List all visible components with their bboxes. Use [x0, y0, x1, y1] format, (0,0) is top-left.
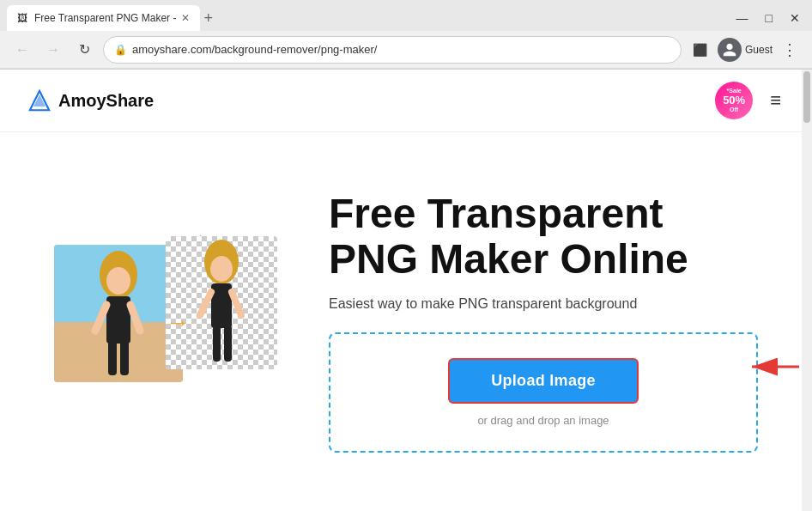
main-content: → ✦ ✦ [0, 132, 812, 511]
page-subtitle: Easiest way to make PNG transparent back… [329, 296, 758, 312]
upload-hint: or drag and drop an image [477, 414, 609, 427]
scrollbar-thumb[interactable] [803, 71, 810, 123]
profile-label: Guest [745, 44, 773, 56]
svg-rect-13 [211, 283, 232, 328]
page-title: Free Transparent PNG Maker Online [329, 192, 758, 283]
tab-title: Free Transparent PNG Maker - [34, 12, 176, 24]
demo-images: → ✦ ✦ [54, 228, 277, 417]
svg-point-12 [210, 256, 233, 282]
arrow-icon: → [166, 309, 190, 337]
red-arrow-annotation [743, 350, 803, 387]
page-content: AmoyShare *Sale 50% Off ≡ [0, 70, 812, 511]
nav-bar: ← → ↻ 🔒 amoyshare.com/background-remover… [0, 31, 812, 69]
svg-rect-9 [108, 341, 117, 375]
active-tab[interactable]: 🖼 Free Transparent PNG Maker - ✕ [7, 5, 200, 31]
site-logo: AmoyShare [27, 88, 154, 113]
demo-result-image [166, 236, 277, 369]
hamburger-icon: ≡ [770, 89, 781, 111]
url-text: amoyshare.com/background-remover/png-mak… [132, 43, 670, 56]
tab-favicon: 🖼 [17, 12, 29, 24]
svg-rect-17 [224, 325, 232, 362]
profile-button[interactable]: Guest [718, 38, 773, 62]
window-controls: — □ ✕ [731, 9, 805, 27]
forward-button[interactable]: → [41, 38, 65, 62]
svg-line-15 [232, 292, 241, 315]
profile-icon [718, 38, 742, 62]
sale-percent: 50% [723, 94, 745, 106]
sale-badge[interactable]: *Sale 50% Off [715, 82, 753, 119]
cast-button[interactable]: ⬛ [688, 38, 712, 62]
back-button[interactable]: ← [10, 38, 34, 62]
browser-actions: ⬛ Guest ⋮ [688, 38, 802, 62]
svg-point-5 [106, 267, 130, 295]
svg-rect-10 [120, 341, 129, 375]
tab-close-button[interactable]: ✕ [181, 12, 190, 24]
browser-chrome: 🖼 Free Transparent PNG Maker - ✕ + — □ ✕… [0, 0, 812, 70]
hamburger-menu-button[interactable]: ≡ [767, 86, 785, 115]
demo-original-image [54, 245, 183, 382]
site-header: AmoyShare *Sale 50% Off ≡ [0, 70, 812, 132]
transparent-bg [166, 236, 277, 369]
close-button[interactable]: ✕ [785, 9, 805, 27]
header-right: *Sale 50% Off ≡ [715, 82, 785, 119]
tab-bar: 🖼 Free Transparent PNG Maker - ✕ + — □ ✕ [0, 0, 812, 31]
sale-off: Off [730, 106, 738, 113]
upload-area[interactable]: Upload Image or drag and drop an image [329, 332, 758, 453]
refresh-button[interactable]: ↻ [72, 38, 96, 62]
right-section: Free Transparent PNG Maker Online Easies… [329, 192, 758, 453]
new-tab-button[interactable]: + [203, 10, 213, 26]
minimize-button[interactable]: — [731, 9, 754, 27]
lock-icon: 🔒 [114, 44, 127, 56]
upload-image-button[interactable]: Upload Image [448, 358, 639, 404]
logo-icon [27, 88, 52, 113]
scrollbar[interactable] [802, 70, 812, 511]
svg-line-14 [200, 292, 211, 315]
browser-menu-button[interactable]: ⋮ [778, 38, 802, 62]
maximize-button[interactable]: □ [760, 9, 778, 27]
svg-rect-6 [106, 296, 130, 344]
svg-rect-16 [213, 325, 221, 362]
address-bar[interactable]: 🔒 amoyshare.com/background-remover/png-m… [103, 36, 682, 64]
logo-text: AmoyShare [58, 91, 154, 111]
